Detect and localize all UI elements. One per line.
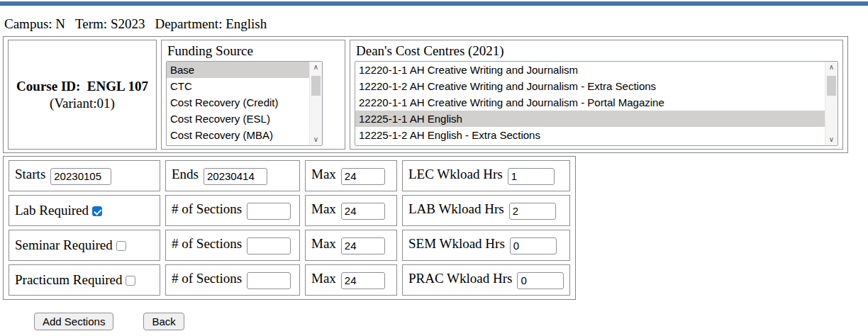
scrollbar[interactable]: ∧ ∨	[825, 62, 838, 145]
seminar-required-cell: Seminar Required	[9, 230, 160, 261]
sections-grid: Starts Ends Max LEC Wkload Hrs Lab Requi…	[3, 156, 576, 300]
scrollbar-track[interactable]	[825, 73, 838, 134]
button-row: Add Sections Back	[34, 313, 868, 330]
funding-options: Base CTC Cost Recovery (Credit) Cost Rec…	[167, 62, 309, 145]
wkload-cell: LEC Wkload Hrs	[402, 160, 570, 191]
num-sections-input[interactable]	[247, 237, 291, 254]
back-button[interactable]: Back	[143, 313, 184, 330]
max-label: Max	[311, 236, 336, 251]
scrollbar-down-icon[interactable]: ∨	[310, 134, 322, 145]
funding-option[interactable]: Cost Recovery (MBA)	[167, 127, 309, 143]
num-sections-label: # of Sections	[172, 236, 242, 251]
cost-centre-options: 12220-1-1 AH Creative Writing and Journa…	[355, 62, 825, 145]
max-input[interactable]	[341, 203, 385, 220]
page: Campus: NTerm: S2023Department: English …	[0, 16, 868, 330]
lec-wkload-label: LEC Wkload Hrs	[408, 167, 503, 181]
max-input[interactable]	[341, 237, 385, 254]
campus-label: Campus: N	[4, 16, 65, 31]
funding-option[interactable]: CTC	[167, 78, 309, 94]
starts-label: Starts	[15, 167, 45, 181]
ends-label: Ends	[172, 167, 199, 181]
practicum-required-checkbox[interactable]	[126, 276, 135, 286]
cost-centre-option[interactable]: 12225-1-2 AH English - Extra Sections	[355, 127, 825, 143]
scrollbar-thumb[interactable]	[827, 76, 836, 96]
practicum-required-label: Practicum Required	[15, 272, 122, 287]
scrollbar-down-icon[interactable]: ∨	[825, 134, 838, 145]
grid-row-practicum: Practicum Required # of Sections Max PRA…	[9, 264, 570, 296]
scrollbar-up-icon[interactable]: ∧	[310, 62, 322, 73]
sections-cell: # of Sections	[165, 230, 300, 261]
num-sections-input[interactable]	[247, 203, 291, 220]
max-label: Max	[311, 271, 336, 286]
cost-centre-option[interactable]: 12225-1-1 AH English	[355, 111, 825, 127]
max-input[interactable]	[341, 168, 385, 185]
max-cell: Max	[305, 264, 397, 296]
max-cell: Max	[305, 160, 397, 191]
lab-required-label: Lab Required	[15, 203, 89, 218]
max-input[interactable]	[341, 272, 385, 289]
practicum-required-cell: Practicum Required	[9, 264, 160, 296]
prac-wkload-input[interactable]	[517, 272, 564, 289]
course-info-panel: Course ID: ENGL 107 (Variant:01) Funding…	[3, 36, 848, 153]
ends-input[interactable]	[204, 168, 267, 185]
page-header: Campus: NTerm: S2023Department: English	[4, 16, 868, 32]
department-label: Department: English	[155, 16, 267, 31]
starts-input[interactable]	[50, 168, 111, 185]
grid-row-lab: Lab Required # of Sections Max LAB Wkloa…	[9, 195, 570, 226]
lab-wkload-label: LAB Wkload Hrs	[408, 201, 504, 216]
seminar-required-label: Seminar Required	[15, 237, 113, 252]
sections-cell: # of Sections	[165, 264, 300, 296]
ends-cell: Ends	[165, 160, 300, 191]
funding-option[interactable]: Cost Recovery (Credit)	[167, 94, 309, 111]
num-sections-label: # of Sections	[172, 201, 242, 216]
cost-centre-option[interactable]: 22220-1-1 AH Creative Writing and Journa…	[355, 94, 825, 111]
cost-centre-option[interactable]: 12220-1-1 AH Creative Writing and Journa…	[355, 62, 825, 78]
sem-wkload-label: SEM Wkload Hrs	[408, 236, 505, 251]
funding-option[interactable]: Base	[167, 62, 309, 78]
funding-source-listbox: Base CTC Cost Recovery (Credit) Cost Rec…	[166, 61, 323, 146]
max-cell: Max	[305, 195, 397, 226]
wkload-cell: PRAC Wkload Hrs	[402, 264, 570, 296]
lec-wkload-input[interactable]	[508, 168, 555, 185]
term-label: Term: S2023	[75, 16, 145, 31]
grid-row-seminar: Seminar Required # of Sections Max SEM W…	[9, 230, 570, 261]
funding-source-cell: Funding Source Base CTC Cost Recovery (C…	[161, 40, 345, 150]
funding-option[interactable]: Cost Recovery (ESL)	[167, 111, 309, 127]
course-id-cell: Course ID: ENGL 107 (Variant:01)	[8, 40, 157, 150]
cost-centres-label: Dean's Cost Centres (2021)	[356, 43, 838, 59]
max-label: Max	[311, 201, 336, 216]
add-sections-button[interactable]: Add Sections	[34, 313, 113, 330]
num-sections-label: # of Sections	[172, 271, 242, 286]
scrollbar-up-icon[interactable]: ∧	[825, 62, 838, 73]
seminar-required-checkbox[interactable]	[116, 241, 126, 251]
max-cell: Max	[305, 230, 397, 261]
prac-wkload-label: PRAC Wkload Hrs	[408, 271, 512, 286]
scrollbar[interactable]: ∧ ∨	[309, 62, 322, 145]
lab-wkload-input[interactable]	[509, 203, 556, 220]
cost-centres-cell: Dean's Cost Centres (2021) 12220-1-1 AH …	[350, 40, 843, 150]
wkload-cell: SEM Wkload Hrs	[402, 230, 570, 261]
cost-centres-listbox: 12220-1-1 AH Creative Writing and Journa…	[355, 61, 838, 146]
course-id: Course ID: ENGL 107	[13, 79, 152, 94]
grid-row-lecture: Starts Ends Max LEC Wkload Hrs	[9, 160, 570, 191]
scrollbar-track[interactable]	[310, 73, 322, 134]
sem-wkload-input[interactable]	[510, 237, 557, 254]
lab-required-cell: Lab Required	[9, 195, 160, 226]
num-sections-input[interactable]	[247, 272, 291, 289]
sections-cell: # of Sections	[165, 195, 300, 226]
scrollbar-thumb[interactable]	[311, 76, 321, 96]
max-label: Max	[311, 167, 336, 181]
funding-source-label: Funding Source	[167, 43, 340, 59]
lab-required-checkbox[interactable]	[92, 206, 102, 216]
cost-centre-option[interactable]: 12220-1-2 AH Creative Writing and Journa…	[355, 78, 825, 94]
top-accent-bar	[0, 1, 868, 6]
course-variant: (Variant:01)	[13, 96, 152, 111]
wkload-cell: LAB Wkload Hrs	[402, 195, 570, 226]
starts-cell: Starts	[9, 160, 160, 191]
